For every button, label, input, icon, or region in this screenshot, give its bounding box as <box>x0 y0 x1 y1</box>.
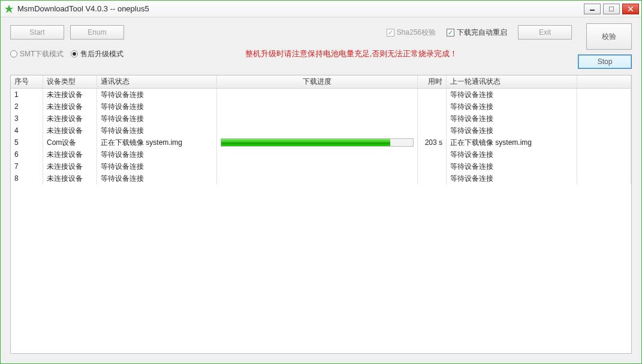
cell-progress <box>217 136 418 148</box>
svg-rect-0 <box>590 10 595 11</box>
check-icon: ✓ <box>447 29 454 37</box>
exit-button[interactable]: Exit <box>518 25 572 40</box>
cell-commstate: 正在下载镜像 system.img <box>97 136 217 148</box>
cell-lastcomm: 等待设备连接 <box>447 172 577 184</box>
col-idx[interactable]: 序号 <box>11 75 43 88</box>
col-spare[interactable] <box>577 75 631 88</box>
smt-label: SMT下载模式 <box>20 49 64 59</box>
cell-idx: 5 <box>11 136 43 148</box>
table-row[interactable]: 2未连接设备等待设备连接等待设备连接 <box>11 101 631 113</box>
cell-commstate: 等待设备连接 <box>97 148 217 160</box>
table-header: 序号 设备类型 通讯状态 下载进度 用时 上一轮通讯状态 <box>11 75 631 89</box>
cell-spare <box>577 89 631 101</box>
cell-lastcomm: 等待设备连接 <box>447 113 577 125</box>
table-body: 1未连接设备等待设备连接等待设备连接2未连接设备等待设备连接等待设备连接3未连接… <box>11 89 631 184</box>
smt-mode-radio[interactable]: SMT下载模式 <box>10 49 64 59</box>
window-title: MsmDownloadTool V4.0.3 -- oneplus5 <box>17 4 149 13</box>
cell-idx: 7 <box>11 160 43 172</box>
table-row[interactable]: 7未连接设备等待设备连接等待设备连接 <box>11 160 631 172</box>
col-progress[interactable]: 下载进度 <box>217 75 418 88</box>
cell-spare <box>577 136 631 148</box>
col-commstate[interactable]: 通讯状态 <box>97 75 217 88</box>
cell-idx: 2 <box>11 101 43 113</box>
cell-progress <box>217 160 418 172</box>
app-window: MsmDownloadTool V4.0.3 -- oneplus5 Start… <box>0 0 642 364</box>
col-elapsed[interactable]: 用时 <box>418 75 447 88</box>
cell-lastcomm: 等待设备连接 <box>447 148 577 160</box>
radio-icon <box>71 50 78 57</box>
cell-commstate: 等待设备连接 <box>97 160 217 172</box>
cell-commstate: 等待设备连接 <box>97 113 217 125</box>
cell-elapsed <box>418 148 447 160</box>
cell-elapsed <box>418 172 447 184</box>
cell-spare <box>577 113 631 125</box>
cell-commstate: 等待设备连接 <box>97 172 217 184</box>
cell-idx: 4 <box>11 125 43 136</box>
autoreboot-checkbox[interactable]: ✓ 下载完自动重启 <box>447 28 507 38</box>
table-row[interactable]: 8未连接设备等待设备连接等待设备连接 <box>11 172 631 184</box>
cell-lastcomm: 等待设备连接 <box>447 160 577 172</box>
cell-idx: 8 <box>11 172 43 184</box>
cell-idx: 3 <box>11 113 43 125</box>
cell-lastcomm: 正在下载镜像 system.img <box>447 136 577 148</box>
cell-progress <box>217 101 418 113</box>
cell-commstate: 等待设备连接 <box>97 89 217 101</box>
table-row[interactable]: 4未连接设备等待设备连接等待设备连接 <box>11 125 631 136</box>
verify-button[interactable]: 校验 <box>586 23 632 50</box>
cell-elapsed: 203 s <box>418 136 447 148</box>
progress-bar <box>221 138 414 147</box>
cell-spare <box>577 101 631 113</box>
cell-devtype: 未连接设备 <box>43 101 97 113</box>
maximize-button[interactable] <box>603 4 620 14</box>
col-lastcomm[interactable]: 上一轮通讯状态 <box>447 75 577 88</box>
sha256-label: Sha256校验 <box>397 28 436 38</box>
svg-rect-1 <box>609 7 614 11</box>
close-button[interactable] <box>622 4 639 14</box>
table-row[interactable]: 3未连接设备等待设备连接等待设备连接 <box>11 113 631 125</box>
cell-progress <box>217 125 418 136</box>
cell-lastcomm: 等待设备连接 <box>447 125 577 136</box>
cell-devtype: 未连接设备 <box>43 148 97 160</box>
cell-progress <box>217 89 418 101</box>
cell-devtype: 未连接设备 <box>43 125 97 136</box>
aftersale-mode-radio[interactable]: 售后升级模式 <box>71 49 123 59</box>
cell-spare <box>577 172 631 184</box>
table-row[interactable]: 1未连接设备等待设备连接等待设备连接 <box>11 89 631 101</box>
cell-spare <box>577 148 631 160</box>
cell-elapsed <box>418 101 447 113</box>
cell-devtype: Com设备 <box>43 136 97 148</box>
cell-lastcomm: 等待设备连接 <box>447 89 577 101</box>
sha256-checkbox[interactable]: ✓ Sha256校验 <box>387 28 436 38</box>
cell-lastcomm: 等待设备连接 <box>447 101 577 113</box>
cell-progress <box>217 172 418 184</box>
table-row[interactable]: 6未连接设备等待设备连接等待设备连接 <box>11 148 631 160</box>
cell-progress <box>217 113 418 125</box>
cell-spare <box>577 160 631 172</box>
minimize-button[interactable] <box>584 4 601 14</box>
titlebar[interactable]: MsmDownloadTool V4.0.3 -- oneplus5 <box>1 1 641 17</box>
cell-commstate: 等待设备连接 <box>97 125 217 136</box>
cell-devtype: 未连接设备 <box>43 89 97 101</box>
cell-commstate: 等待设备连接 <box>97 101 217 113</box>
cell-devtype: 未连接设备 <box>43 160 97 172</box>
cell-devtype: 未连接设备 <box>43 172 97 184</box>
radio-icon <box>10 50 17 57</box>
stop-button[interactable]: Stop <box>578 54 632 69</box>
enum-button[interactable]: Enum <box>70 25 124 40</box>
cell-devtype: 未连接设备 <box>43 113 97 125</box>
check-icon: ✓ <box>387 29 394 37</box>
cell-idx: 6 <box>11 148 43 160</box>
start-button[interactable]: Start <box>10 25 64 40</box>
cell-elapsed <box>418 125 447 136</box>
cell-elapsed <box>418 113 447 125</box>
client-area: Start Enum ✓ Sha256校验 ✓ 下载完自动重启 Exi <box>1 17 641 363</box>
cell-elapsed <box>418 89 447 101</box>
device-table: 序号 设备类型 通讯状态 下载进度 用时 上一轮通讯状态 1未连接设备等待设备连… <box>10 75 632 354</box>
table-row[interactable]: 5Com设备正在下载镜像 system.img203 s正在下载镜像 syste… <box>11 136 631 148</box>
app-icon <box>4 4 14 14</box>
cell-spare <box>577 125 631 136</box>
autoreboot-label: 下载完自动重启 <box>457 28 507 38</box>
aftersale-label: 售后升级模式 <box>80 49 123 59</box>
col-devtype[interactable]: 设备类型 <box>43 75 97 88</box>
cell-progress <box>217 148 418 160</box>
